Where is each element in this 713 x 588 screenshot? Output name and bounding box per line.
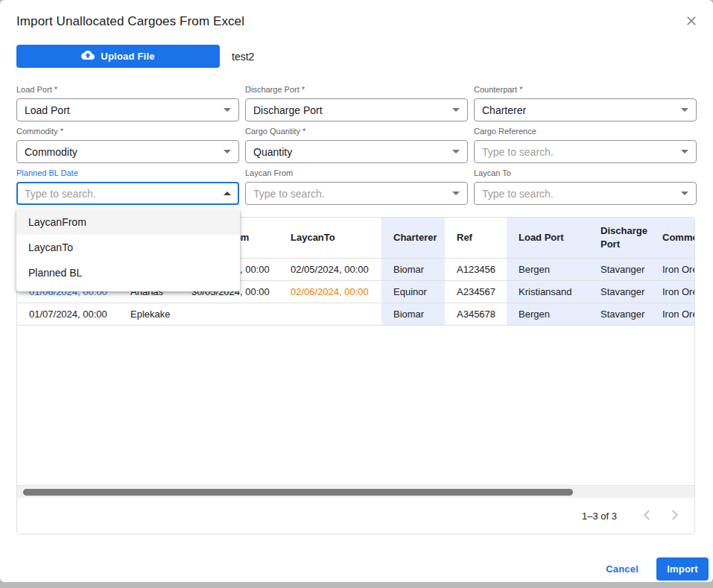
chevron-down-icon [452,192,460,195]
horizontal-scrollbar-thumb[interactable] [23,489,573,496]
table-cell: Equinor [381,280,445,303]
table-cell [180,303,279,325]
table-cell: Iron Ore [650,280,694,303]
upload-row: Upload File test2 [16,45,697,68]
dropdown-option-planned-bl[interactable]: Planned BL [16,260,240,285]
table-row: 01/07/2024, 00:00EplekakeBiomarA345678Be… [17,303,694,325]
form-field-discharge-port: Discharge Port *Discharge Port [245,84,468,121]
dialog-header: Import Unallocated Cargoes From Excel [0,0,713,29]
field-placeholder: Type to search. [25,188,96,200]
column-header-discharge-port: Discharge Port [589,218,650,258]
horizontal-scrollbar-track[interactable] [17,485,694,498]
upload-file-label: Upload File [101,51,154,62]
form-field-laycan-to: Laycan ToType to search. [474,168,697,205]
dialog-title: Import Unallocated Cargoes From Excel [16,14,697,29]
field-label: Planned BL Date [16,168,239,179]
field-label: Discharge Port * [245,84,468,95]
laycan-from-select[interactable]: Type to search. [245,182,468,205]
uploaded-file-name: test2 [232,51,254,63]
field-label: Laycan To [474,168,697,179]
form-field-cargo-quantity: Cargo Quantity *Quantity [245,126,468,163]
discharge-port-select[interactable]: Discharge Port [245,98,468,121]
commodity-select[interactable]: Commodity [16,140,239,163]
field-label: Commodity * [16,126,239,137]
laycan-to-select[interactable]: Type to search. [474,182,697,205]
table-cell: Biomar [381,258,445,280]
chevron-down-icon [681,192,688,195]
counterpart-select[interactable]: Charterer [474,98,697,121]
chevron-down-icon [224,150,231,154]
chevron-right-icon [667,507,683,525]
close-button[interactable] [682,13,700,31]
previous-page-button[interactable] [638,507,656,525]
form-grid: Load Port *Load PortDischarge Port *Disc… [16,84,697,205]
field-label: Counterpart * [474,84,697,95]
chevron-up-icon [224,192,231,195]
column-header-charterer: Charterer [381,218,445,258]
table-cell: Bergen [507,258,589,280]
field-label: Laycan From [245,168,468,179]
field-value: Quantity [253,146,292,158]
column-header-ref: Ref [445,218,507,258]
field-placeholder: Type to search. [482,146,554,158]
table-cell: Biomar [381,303,445,325]
field-label: Load Port * [16,84,239,95]
field-value: Commodity [25,146,77,158]
planned-bl-date-select[interactable]: Type to search. [16,182,239,205]
load-port-select[interactable]: Load Port [16,98,239,121]
form-field-cargo-reference: Cargo ReferenceType to search. [474,126,697,163]
column-header-laycanto: LaycanTo [279,218,381,258]
table-cell: Stavanger [589,280,650,303]
cargo-quantity-select[interactable]: Quantity [245,140,468,163]
chevron-down-icon [224,108,231,112]
field-value: Charterer [482,104,526,116]
dropdown-option-laycanto[interactable]: LaycanTo [16,235,240,260]
field-mapping-dropdown-menu: LaycanFromLaycanToPlanned BL [16,209,240,291]
chevron-left-icon [638,507,655,525]
table-cell [279,303,381,325]
pagination-bar: 1–3 of 3 [17,498,694,534]
table-cell: Iron Ore [650,258,694,280]
upload-file-button[interactable]: Upload File [16,45,220,68]
field-label: Cargo Reference [474,126,697,137]
table-cell: 02/05/2024, 00:00 [279,258,381,280]
chevron-down-icon [452,108,460,112]
table-cell: Eplekake [118,303,180,325]
import-cargoes-dialog: Import Unallocated Cargoes From Excel Up… [0,0,713,582]
field-value: Discharge Port [253,104,323,116]
dialog-footer: Cancel Import [606,557,709,581]
form-field-laycan-from: Laycan FromType to search. [245,168,468,205]
table-cell: Stavanger [589,303,650,325]
chevron-down-icon [681,150,688,154]
table-cell: Stavanger [589,258,650,280]
page-range-label: 1–3 of 3 [582,510,617,522]
form-field-commodity: Commodity *Commodity [16,126,239,163]
form-field-load-port: Load Port *Load Port [16,84,239,121]
table-cell: 01/07/2024, 00:00 [17,303,118,325]
cargo-reference-select[interactable]: Type to search. [474,140,697,163]
table-cell: Kristiansand [507,280,589,303]
import-button[interactable]: Import [656,557,709,581]
column-header-load-port: Load Port [507,218,589,258]
column-header-commodity: Commodity [650,218,694,258]
form-field-planned-bl-date: Planned BL DateType to search. [16,168,239,205]
field-value: Load Port [25,104,70,116]
table-cell: Iron Ore [650,303,694,325]
field-label: Cargo Quantity * [245,126,468,137]
chevron-down-icon [681,108,688,112]
close-icon [685,14,698,30]
table-cell: A234567 [445,280,507,303]
table-cell: 02/06/2024, 00:00 [279,280,381,303]
field-placeholder: Type to search. [253,188,325,200]
form-field-counterpart: Counterpart *Charterer [474,84,697,121]
cancel-button[interactable]: Cancel [606,563,638,575]
next-page-button[interactable] [666,507,684,525]
cloud-upload-icon [81,48,95,64]
table-cell: A123456 [445,258,507,280]
dropdown-option-laycanfrom[interactable]: LaycanFrom [16,209,240,235]
field-placeholder: Type to search. [482,188,554,200]
table-cell: Bergen [507,303,589,325]
chevron-down-icon [452,150,460,154]
table-cell: A345678 [445,303,507,325]
